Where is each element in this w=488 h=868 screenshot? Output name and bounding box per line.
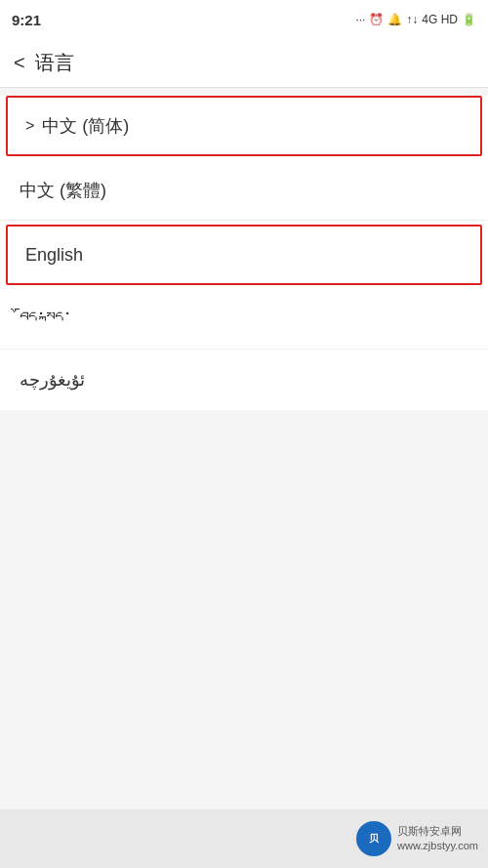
status-bar: 9:21 ··· ⏰ 🔔 ↑↓ 4G HD 🔋 — [0, 0, 488, 39]
page-title: 语言 — [35, 50, 74, 76]
battery-icon: 🔋 — [462, 13, 476, 26]
list-item[interactable]: ئۇيغۇرچە — [0, 350, 488, 410]
language-label: 中文 (繁體) — [20, 179, 106, 202]
watermark-icon-text: 贝 — [369, 832, 379, 846]
signal-dots-icon: ··· — [355, 13, 365, 26]
watermark-site-name: 贝斯特安卓网 — [397, 824, 478, 839]
list-item[interactable]: > 中文 (简体) — [6, 96, 482, 156]
network-label: 4G HD — [422, 13, 458, 26]
language-label: བོད་སྐད་ — [20, 309, 72, 329]
list-item[interactable]: English — [6, 225, 482, 285]
watermark-badge: 贝 贝斯特安卓网 www.zjbstyy.com — [356, 821, 478, 856]
back-icon: < — [14, 52, 25, 74]
data-icon: ↑↓ — [406, 13, 418, 26]
watermark-info: 贝斯特安卓网 www.zjbstyy.com — [397, 824, 478, 854]
watermark-url: www.zjbstyy.com — [397, 839, 478, 853]
language-label: 中文 (简体) — [42, 114, 129, 138]
language-label: ئۇيغۇرچە — [20, 369, 85, 391]
watermark: 贝 贝斯特安卓网 www.zjbstyy.com — [0, 809, 488, 868]
notification-icon: 🔔 — [387, 13, 402, 26]
watermark-logo: 贝 — [356, 821, 391, 856]
language-list: > 中文 (简体) 中文 (繁體) English བོད་སྐད་ ئۇيغۇ… — [0, 96, 488, 410]
status-icons: ··· ⏰ 🔔 ↑↓ 4G HD 🔋 — [355, 13, 476, 26]
language-label: English — [25, 245, 83, 266]
toolbar: < 语言 — [0, 39, 488, 88]
list-item[interactable]: 中文 (繁體) — [0, 160, 488, 221]
list-item[interactable]: བོད་སྐད་ — [0, 289, 488, 350]
status-time: 9:21 — [12, 12, 41, 28]
back-button[interactable]: < — [14, 52, 25, 74]
chevron-right-icon: > — [25, 117, 34, 135]
alarm-icon: ⏰ — [369, 13, 384, 26]
